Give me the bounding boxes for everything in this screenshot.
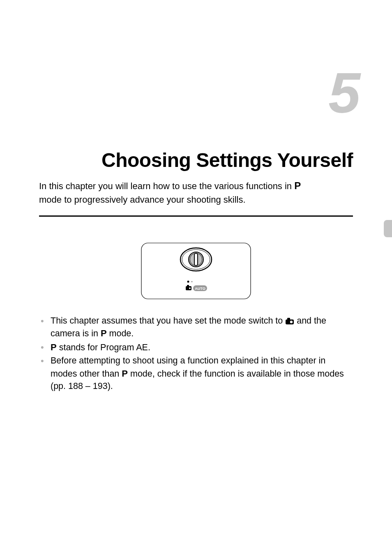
svg-point-6 — [187, 280, 189, 282]
chapter-number: 5 — [39, 60, 357, 126]
bullet-item-3: Before attempting to shoot using a funct… — [39, 354, 353, 393]
page-tab-indicator — [384, 220, 392, 237]
intro-text-2: mode to progressively advance your shoot… — [39, 193, 353, 206]
bullet-item-2: P stands for Program AE. — [39, 341, 353, 354]
svg-rect-5 — [194, 253, 198, 266]
document-page: 5 Choosing Settings Yourself In this cha… — [0, 60, 392, 553]
chapter-title: Choosing Settings Yourself — [39, 149, 353, 171]
svg-point-10 — [189, 287, 191, 289]
p-mode-icon: P — [294, 179, 301, 193]
p-mode-icon: P — [122, 368, 128, 379]
svg-rect-9 — [187, 285, 189, 287]
bullet-1-text-1: This chapter assumes that you have set t… — [51, 316, 285, 326]
bullet-1-text-3: mode. — [107, 329, 134, 338]
bullet-list: This chapter assumes that you have set t… — [39, 315, 353, 393]
intro-text-1: In this chapter you will learn how to us… — [39, 181, 294, 191]
bullet-2-text: stands for Program AE. — [57, 342, 150, 352]
p-mode-icon: P — [51, 342, 57, 352]
p-mode-icon: P — [101, 328, 107, 338]
svg-point-7 — [191, 281, 193, 282]
bullet-item-1: This chapter assumes that you have set t… — [39, 315, 353, 340]
chapter-intro: In this chapter you will learn how to us… — [39, 179, 353, 206]
svg-text:AUTO: AUTO — [195, 287, 205, 291]
section-divider — [39, 215, 353, 217]
camera-icon — [285, 318, 294, 324]
svg-rect-14 — [287, 318, 290, 320]
camera-diagram: AUTO — [141, 242, 251, 300]
svg-point-15 — [290, 320, 293, 323]
